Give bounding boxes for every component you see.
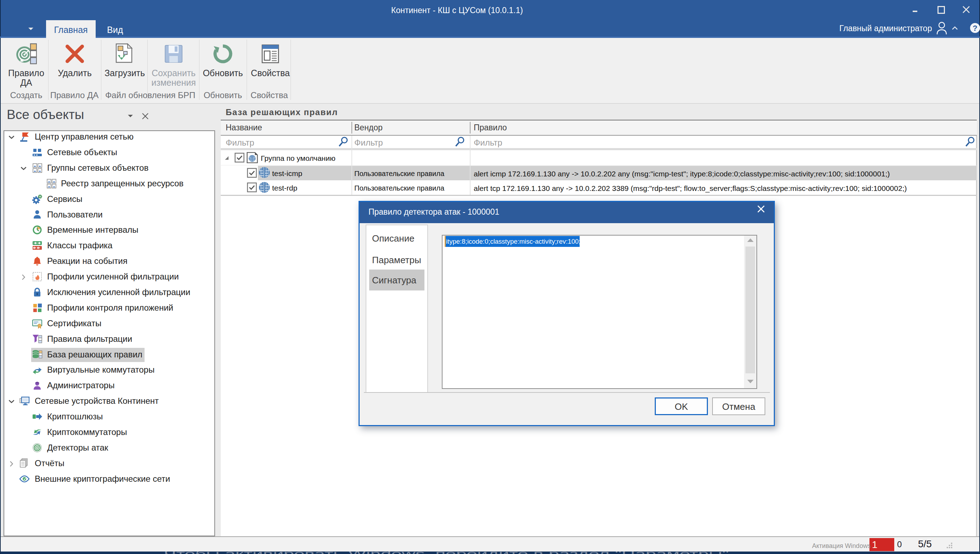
- svg-text:?: ?: [972, 24, 977, 33]
